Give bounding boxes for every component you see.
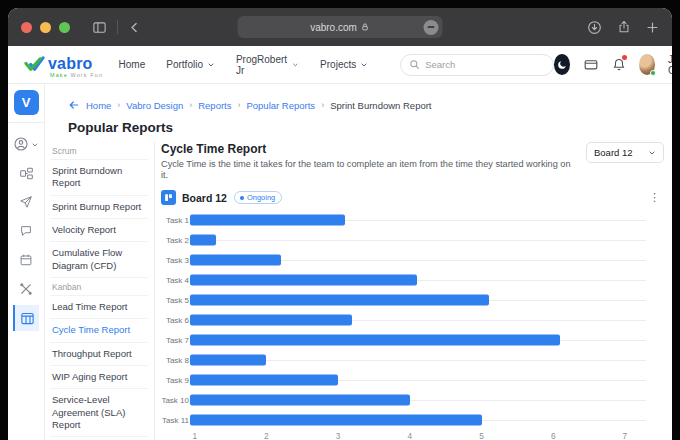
sidebar-toggle-icon[interactable] bbox=[92, 20, 107, 35]
avatar[interactable] bbox=[639, 54, 655, 75]
rail-workspace-icon[interactable] bbox=[13, 160, 39, 186]
task-label: Task 3 bbox=[161, 256, 189, 265]
rail-send-icon[interactable] bbox=[13, 189, 39, 215]
divider bbox=[8, 122, 44, 123]
vabro-logo[interactable]: vabro Make Work Fun bbox=[24, 56, 93, 73]
board-select-dropdown[interactable]: Board 12 bbox=[586, 142, 664, 163]
rail-calendar-icon[interactable] bbox=[13, 247, 39, 273]
sidebar-item-wip-aging-report[interactable]: WIP Aging Report bbox=[50, 366, 148, 389]
user-name: Jane Cooper bbox=[668, 54, 672, 76]
grid-track bbox=[190, 240, 646, 241]
chart-row-task-9: Task 9 bbox=[161, 370, 664, 390]
zoom-window-button[interactable] bbox=[59, 22, 70, 33]
app-body: V Home›Vabro Design›Reports›Popular Repo… bbox=[8, 84, 672, 440]
task-label: Task 5 bbox=[161, 296, 189, 305]
wallet-icon[interactable] bbox=[583, 57, 599, 72]
back-button-icon[interactable] bbox=[128, 21, 141, 34]
cycle-time-bar[interactable] bbox=[190, 335, 560, 346]
screenshot-stage: vabro.com bbox=[0, 0, 680, 440]
breadcrumb-separator: › bbox=[189, 100, 192, 110]
breadcrumb-reports[interactable]: Reports bbox=[198, 100, 231, 111]
sidebar-item-sprint-burndown-report[interactable]: Sprint Burndown Report bbox=[50, 160, 148, 196]
sidebar-item-service-level-agreement-sla-report[interactable]: Service-Level Agreement (SLA) Report bbox=[50, 389, 148, 437]
sidebar-section-kanban: Kanban bbox=[50, 278, 148, 296]
sidebar-item-sprint-burnup-report[interactable]: Sprint Burnup Report bbox=[50, 196, 148, 219]
breadcrumb-home[interactable]: Home bbox=[86, 100, 111, 111]
share-icon[interactable] bbox=[617, 20, 631, 34]
app-header: vabro Make Work Fun HomePortfolioProgRob… bbox=[8, 46, 672, 84]
task-label: Task 1 bbox=[161, 216, 189, 225]
cycle-time-bar[interactable] bbox=[190, 355, 266, 366]
cycle-time-bar[interactable] bbox=[190, 415, 482, 426]
kebab-menu-icon[interactable]: ⋮ bbox=[649, 192, 660, 203]
divider bbox=[117, 20, 118, 34]
board-name: Board 12 bbox=[182, 192, 227, 204]
cycle-time-bar[interactable] bbox=[190, 395, 410, 406]
content-area: Home›Vabro Design›Reports›Popular Report… bbox=[45, 84, 672, 440]
breadcrumb-vabro-design[interactable]: Vabro Design bbox=[126, 100, 183, 111]
logo-checkmark-icon bbox=[24, 56, 45, 73]
chart-row-task-11: Task 11 bbox=[161, 410, 664, 430]
breadcrumb: Home›Vabro Design›Reports›Popular Report… bbox=[68, 97, 672, 113]
rail-account-icon[interactable] bbox=[13, 131, 39, 157]
search-box[interactable] bbox=[400, 54, 554, 76]
breadcrumb-back-icon[interactable] bbox=[68, 99, 80, 111]
address-bar[interactable]: vabro.com bbox=[238, 16, 443, 38]
vabro-app-tile[interactable]: V bbox=[14, 90, 39, 115]
nav-item-home[interactable]: Home bbox=[119, 59, 146, 70]
logo-text: vabro bbox=[48, 56, 93, 72]
logo-tagline-make: Make bbox=[50, 72, 68, 78]
cycle-time-chart: Task 1Task 2Task 3Task 4Task 5Task 6Task… bbox=[161, 210, 664, 430]
notifications-bell-icon[interactable] bbox=[612, 57, 626, 72]
board-status-badge: Ongoing bbox=[234, 191, 282, 204]
chart-row-task-7: Task 7 bbox=[161, 330, 664, 350]
cycle-time-bar[interactable] bbox=[190, 295, 489, 306]
sidebar-item-velocity-report[interactable]: Velocity Report bbox=[50, 219, 148, 242]
x-tick-2: 2 bbox=[264, 431, 269, 440]
cycle-time-bar[interactable] bbox=[190, 315, 352, 326]
x-tick-4: 4 bbox=[407, 431, 412, 440]
dark-mode-toggle[interactable] bbox=[554, 54, 570, 75]
x-axis-ticks: 1234567 bbox=[190, 430, 646, 440]
breadcrumb-sprint-burndown-report: Sprint Burndown Report bbox=[330, 100, 431, 111]
privacy-report-icon[interactable] bbox=[424, 20, 439, 35]
notification-badge bbox=[622, 55, 627, 60]
cycle-time-bar[interactable] bbox=[190, 235, 216, 246]
search-icon bbox=[409, 59, 420, 70]
minimize-window-button[interactable] bbox=[40, 22, 51, 33]
sidebar-item-cycle-time-report[interactable]: Cycle Time Report bbox=[50, 319, 148, 342]
sidebar-item-cumulative-flow-diagram-cfd[interactable]: Cumulative Flow Diagram (CFD) bbox=[50, 242, 148, 278]
logo-tagline-rest: Work Fun bbox=[71, 72, 104, 78]
task-label: Task 11 bbox=[161, 416, 189, 425]
task-label: Task 2 bbox=[161, 236, 189, 245]
sidebar-item-lead-time-report[interactable]: Lead Time Report bbox=[50, 296, 148, 319]
report-description: Cycle Time is the time it takes for the … bbox=[161, 159, 576, 181]
nav-item-progrobert-jr[interactable]: ProgRobert Jr bbox=[236, 54, 299, 76]
rail-chat-icon[interactable] bbox=[13, 218, 39, 244]
nav-item-projects[interactable]: Projects bbox=[320, 59, 368, 70]
sidebar-item-throughput-report[interactable]: Throughput Report bbox=[50, 343, 148, 366]
reports-sidebar: ScrumSprint Burndown ReportSprint Burnup… bbox=[45, 142, 155, 440]
x-tick-5: 5 bbox=[479, 431, 484, 440]
cycle-time-bar[interactable] bbox=[190, 215, 345, 226]
rail-board-icon[interactable] bbox=[13, 305, 39, 331]
x-tick-6: 6 bbox=[551, 431, 556, 440]
url-text: vabro.com bbox=[310, 22, 357, 33]
breadcrumb-popular-reports[interactable]: Popular Reports bbox=[246, 100, 315, 111]
board-icon bbox=[161, 190, 176, 205]
task-label: Task 6 bbox=[161, 316, 189, 325]
rail-tools-icon[interactable] bbox=[13, 276, 39, 302]
nav-item-portfolio[interactable]: Portfolio bbox=[166, 59, 215, 70]
new-tab-plus-icon[interactable] bbox=[646, 21, 659, 34]
cycle-time-bar[interactable] bbox=[190, 275, 417, 286]
cycle-time-bar[interactable] bbox=[190, 255, 281, 266]
sidebar-section-scrum: Scrum bbox=[50, 142, 148, 160]
cycle-time-bar[interactable] bbox=[190, 375, 338, 386]
download-icon[interactable] bbox=[587, 20, 602, 35]
page-title: Popular Reports bbox=[68, 119, 672, 137]
x-tick-1: 1 bbox=[192, 431, 197, 440]
report-main: Cycle Time Report Cycle Time is the time… bbox=[155, 142, 672, 440]
close-window-button[interactable] bbox=[21, 22, 32, 33]
search-input[interactable] bbox=[425, 59, 545, 70]
task-label: Task 9 bbox=[161, 376, 189, 385]
